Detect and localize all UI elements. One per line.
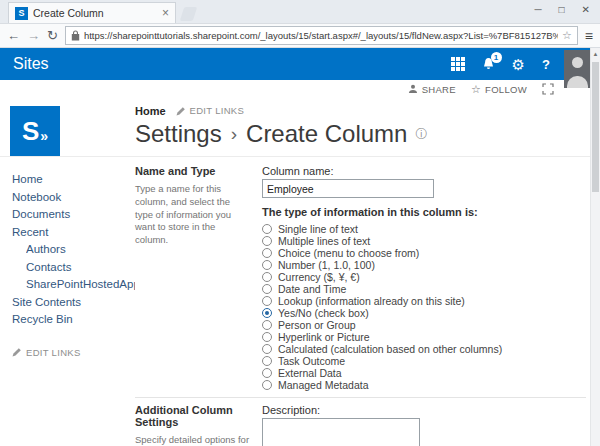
- refresh-button[interactable]: ↻: [47, 29, 58, 42]
- sidebar-item-site-contents[interactable]: Site Contents: [12, 296, 135, 314]
- user-avatar[interactable]: [564, 50, 591, 88]
- sidebar-item-documents[interactable]: Documents: [12, 208, 135, 226]
- sidebar-item-home[interactable]: Home: [12, 173, 135, 191]
- radio-button-icon[interactable]: [262, 308, 272, 318]
- page-header: S » Home EDIT LINKS Settings › Create Co…: [0, 98, 600, 157]
- column-name-input[interactable]: [262, 179, 434, 198]
- sharepoint-logo[interactable]: S »: [10, 106, 60, 156]
- radio-button-icon[interactable]: [262, 284, 272, 294]
- radio-button-icon[interactable]: [262, 248, 272, 258]
- breadcrumb-home[interactable]: Home: [135, 105, 166, 117]
- radio-button-icon[interactable]: [262, 260, 272, 270]
- type-option-row[interactable]: Currency ($, ¥, €): [262, 271, 586, 283]
- sidebar-items: HomeNotebookDocumentsRecentAuthorsContac…: [12, 173, 135, 331]
- sidebar-item-notebook[interactable]: Notebook: [12, 191, 135, 209]
- help-icon[interactable]: ?: [542, 57, 550, 72]
- page-title: Create Column: [246, 120, 407, 148]
- sidebar-item-sharepointhostedapp[interactable]: SharePointHostedApp: [26, 278, 135, 296]
- new-tab-button[interactable]: [180, 7, 198, 21]
- radio-button-icon[interactable]: [262, 332, 272, 342]
- window-minimize-button[interactable]: ─: [534, 4, 541, 15]
- type-option-label: Managed Metadata: [278, 379, 368, 391]
- type-option-label: Multiple lines of text: [278, 235, 370, 247]
- app-launcher-icon[interactable]: [451, 57, 465, 71]
- sidebar-item-recent[interactable]: Recent: [12, 226, 135, 244]
- title-row: Settings › Create Column ⓘ: [135, 120, 600, 148]
- type-option-row[interactable]: Date and Time: [262, 283, 586, 295]
- type-option-row[interactable]: Choice (menu to choose from): [262, 247, 586, 259]
- column-name-label: Column name:: [262, 165, 586, 177]
- type-option-label: Single line of text: [278, 223, 358, 235]
- type-option-row[interactable]: Multiple lines of text: [262, 235, 586, 247]
- type-option-label: External Data: [278, 367, 342, 379]
- radio-button-icon[interactable]: [262, 380, 272, 390]
- type-option-label: Lookup (information already on this site…: [278, 295, 465, 307]
- type-option-row[interactable]: Managed Metadata: [262, 379, 586, 391]
- browser-tab[interactable]: S Create Column ×: [8, 2, 176, 23]
- radio-button-icon[interactable]: [262, 344, 272, 354]
- radio-button-icon[interactable]: [262, 272, 272, 282]
- sidebar-item-recycle-bin[interactable]: Recycle Bin: [12, 313, 135, 331]
- pencil-icon: [12, 347, 22, 357]
- description-label: Description:: [262, 404, 586, 416]
- edit-links-sidebar[interactable]: EDIT LINKS: [12, 347, 135, 358]
- type-option-row[interactable]: Yes/No (check box): [262, 307, 586, 319]
- page-scrollbar[interactable]: ▲: [590, 48, 600, 446]
- radio-button-icon[interactable]: [262, 368, 272, 378]
- tab-close-icon[interactable]: ×: [162, 7, 169, 19]
- scrollbar-thumb[interactable]: [592, 62, 599, 192]
- type-option-row[interactable]: Number (1, 1.0, 100): [262, 259, 586, 271]
- forward-button[interactable]: →: [27, 29, 40, 42]
- menu-icon[interactable]: ≡: [585, 28, 593, 44]
- type-option-label: Currency ($, ¥, €): [278, 271, 360, 283]
- sidebar-item-authors[interactable]: Authors: [26, 243, 135, 261]
- description-textarea[interactable]: [262, 418, 420, 446]
- edit-links-top[interactable]: EDIT LINKS: [176, 105, 245, 116]
- type-option-row[interactable]: Person or Group: [262, 319, 586, 331]
- share-button[interactable]: SHARE: [408, 84, 456, 95]
- suite-bar: Sites 1 ⚙ ?: [0, 48, 600, 80]
- tab-title: Create Column: [33, 7, 157, 19]
- type-option-row[interactable]: Task Outcome: [262, 355, 586, 367]
- additional-settings-section: Additional Column Settings Specify detai…: [135, 397, 586, 446]
- info-icon[interactable]: ⓘ: [415, 126, 427, 143]
- follow-button[interactable]: ☆ FOLLOW: [471, 84, 527, 95]
- radio-button-icon[interactable]: [262, 320, 272, 330]
- type-option-label: Task Outcome: [278, 355, 345, 367]
- back-button[interactable]: ←: [7, 29, 20, 42]
- follow-label: FOLLOW: [485, 84, 527, 95]
- radio-button-icon[interactable]: [262, 296, 272, 306]
- radio-button-icon[interactable]: [262, 224, 272, 234]
- notifications-bell-icon[interactable]: 1: [482, 57, 495, 71]
- type-options-list: Single line of textMultiple lines of tex…: [262, 223, 586, 391]
- favorites-star-icon[interactable]: ☆: [562, 29, 572, 42]
- additional-settings-description: Specify detailed options for the type of…: [135, 434, 250, 446]
- sites-title[interactable]: Sites: [13, 55, 49, 73]
- type-option-row[interactable]: Lookup (information already on this site…: [262, 295, 586, 307]
- sidebar-item-contacts[interactable]: Contacts: [26, 261, 135, 279]
- type-option-row[interactable]: Calculated (calculation based on other c…: [262, 343, 586, 355]
- type-option-label: Calculated (calculation based on other c…: [278, 343, 502, 355]
- logo-letter: S: [22, 116, 39, 147]
- edit-links-label: EDIT LINKS: [26, 347, 81, 358]
- window-close-button[interactable]: ✕: [582, 4, 590, 15]
- title-separator: ›: [231, 123, 237, 145]
- type-option-label: Hyperlink or Picture: [278, 331, 370, 343]
- focus-on-content-icon[interactable]: [542, 83, 554, 95]
- scroll-up-arrow-icon[interactable]: ▲: [591, 48, 600, 57]
- suite-icons: 1 ⚙ ?: [451, 57, 550, 72]
- radio-button-icon[interactable]: [262, 236, 272, 246]
- additional-settings-heading: Additional Column Settings: [135, 404, 250, 428]
- address-bar[interactable]: https://sharepointtutorials.sharepoint.c…: [65, 26, 578, 45]
- settings-gear-icon[interactable]: ⚙: [512, 57, 525, 72]
- type-option-row[interactable]: External Data: [262, 367, 586, 379]
- settings-breadcrumb-title[interactable]: Settings: [135, 120, 222, 148]
- share-person-icon: [408, 84, 418, 94]
- url-text[interactable]: https://sharepointtutorials.sharepoint.c…: [84, 30, 558, 41]
- type-option-row[interactable]: Single line of text: [262, 223, 586, 235]
- type-option-label: Yes/No (check box): [278, 307, 369, 319]
- page-body: HomeNotebookDocumentsRecentAuthorsContac…: [0, 157, 600, 446]
- type-option-row[interactable]: Hyperlink or Picture: [262, 331, 586, 343]
- window-maximize-button[interactable]: □: [559, 4, 565, 15]
- radio-button-icon[interactable]: [262, 356, 272, 366]
